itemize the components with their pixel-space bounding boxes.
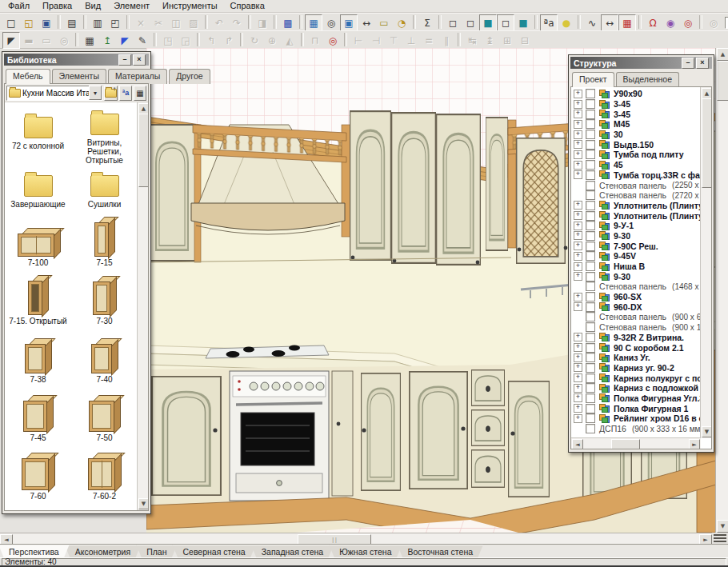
- layout-button[interactable]: ⊓: [306, 32, 324, 49]
- structure-tree-item[interactable]: Стеновая панель (900 х 187 х: [574, 322, 701, 333]
- library-item[interactable]: 7-40: [71, 340, 138, 398]
- structure-tree-item[interactable]: 9-У-1: [574, 221, 701, 231]
- view-tab[interactable]: Северная стена: [172, 545, 255, 558]
- scroll-down-icon[interactable]: ▼: [717, 520, 728, 533]
- checkbox[interactable]: [586, 312, 595, 321]
- structure-tree-item[interactable]: Уплотнитель (Плинтус): [574, 201, 701, 211]
- align-left-button[interactable]: ⊢: [350, 32, 367, 49]
- structure-tree-item[interactable]: Стеновая панель (900 х 600 х: [574, 312, 701, 322]
- library-item[interactable]: 7-15. Открытый: [5, 282, 71, 340]
- expand-plus-icon[interactable]: [574, 414, 582, 423]
- structure-tree-item[interactable]: Стеновая панель (1468 х 173: [574, 282, 701, 292]
- library-scrollbar[interactable]: ▲ ▼: [137, 102, 148, 510]
- structure-tree-item[interactable]: 9-45V: [574, 251, 701, 262]
- minimize-icon[interactable]: –: [682, 58, 694, 69]
- scroll-right-icon[interactable]: ►: [689, 439, 700, 449]
- toggle-grid-button[interactable]: ▦: [618, 14, 636, 31]
- checkbox[interactable]: [586, 353, 595, 362]
- view-wireframe-button[interactable]: ◻: [444, 14, 462, 31]
- align-bottom-button[interactable]: ⊥: [402, 32, 420, 49]
- align-center-v-button[interactable]: ∥: [438, 32, 455, 49]
- print-preview-button[interactable]: ◰: [106, 14, 124, 31]
- expand-plus-icon[interactable]: [574, 373, 582, 382]
- structure-tree-item[interactable]: 3-45: [574, 99, 701, 110]
- checkbox[interactable]: [586, 181, 595, 190]
- library-item[interactable]: 7-30: [71, 282, 138, 340]
- expand-plus-icon[interactable]: [574, 293, 582, 301]
- checkbox[interactable]: [586, 211, 595, 221]
- import-button[interactable]: ◨: [254, 14, 271, 31]
- library-item[interactable]: 7-60-2: [71, 457, 138, 510]
- checkbox[interactable]: [586, 262, 595, 271]
- toggle-price-panel-button[interactable]: ◔: [393, 14, 410, 31]
- toggle-calculator-panel-button[interactable]: ▦: [305, 14, 322, 31]
- undo-button[interactable]: ↶: [210, 14, 228, 31]
- expand-plus-icon[interactable]: [574, 110, 582, 118]
- chevron-down-icon[interactable]: ▾: [89, 86, 102, 100]
- structure-horizontal-scrollbar[interactable]: ◄ ►: [571, 437, 701, 449]
- align-right-button[interactable]: ⊣: [367, 32, 385, 49]
- fit-width-button[interactable]: ⊞: [498, 32, 516, 49]
- send-back-button[interactable]: ↱: [220, 32, 238, 49]
- structure-tree-item[interactable]: Стеновая панель (2250 х 600: [574, 180, 701, 190]
- checkbox[interactable]: [586, 363, 595, 373]
- expand-plus-icon[interactable]: [574, 404, 582, 413]
- expand-plus-icon[interactable]: [574, 222, 582, 230]
- checkbox[interactable]: [586, 343, 595, 353]
- toggle-dimensions-panel-button[interactable]: ↔: [358, 14, 375, 31]
- scroll-up-icon[interactable]: ▲: [702, 88, 712, 99]
- redo-button[interactable]: ↷: [228, 14, 246, 31]
- zoom-select-button[interactable]: ◎: [55, 32, 73, 49]
- view-tab[interactable]: Восточная стена: [398, 545, 484, 558]
- structure-tree-item[interactable]: У90х90: [574, 89, 701, 99]
- materials-sphere-button[interactable]: ◉: [662, 14, 679, 31]
- expand-plus-icon[interactable]: [574, 161, 582, 170]
- view-tab[interactable]: Южная стена: [329, 545, 402, 558]
- settings-button[interactable]: ▩: [279, 14, 297, 31]
- expand-plus-icon[interactable]: [574, 343, 582, 352]
- distribute-v-button[interactable]: ↨: [481, 32, 498, 49]
- menu-item[interactable]: Файл: [2, 0, 36, 11]
- structure-tree-item[interactable]: Карниз уг. 90-2: [574, 363, 701, 373]
- distribute-h-button[interactable]: ↹: [463, 32, 481, 49]
- library-tab[interactable]: Материалы: [108, 69, 167, 84]
- checkbox[interactable]: [586, 130, 595, 139]
- structure-panel-titlebar[interactable]: Структура – ×: [570, 57, 712, 69]
- expand-plus-icon[interactable]: [574, 201, 582, 210]
- print-button[interactable]: ▥: [89, 14, 106, 31]
- structure-tree-item[interactable]: 9-30: [574, 271, 701, 282]
- copy-button[interactable]: ◫: [167, 14, 185, 31]
- select-tool-button[interactable]: ◤: [2, 32, 20, 49]
- open-file-button[interactable]: ◱: [20, 14, 38, 31]
- select-elements-button[interactable]: ◤: [116, 32, 134, 49]
- view-solid-button[interactable]: ■: [479, 14, 497, 31]
- delete-button[interactable]: ×: [132, 14, 150, 31]
- expand-plus-icon[interactable]: [574, 231, 582, 240]
- rotate-button[interactable]: ↻: [246, 32, 263, 49]
- library-scroll-thumb[interactable]: [138, 114, 149, 187]
- snap-grid-button[interactable]: ▦: [81, 32, 98, 49]
- library-item[interactable]: 7-45: [5, 398, 71, 457]
- zoom-combobox[interactable]: ▾: [725, 15, 728, 30]
- checkbox[interactable]: [586, 221, 595, 230]
- structure-hscroll-thumb[interactable]: [611, 439, 640, 449]
- expand-plus-icon[interactable]: [574, 100, 582, 109]
- expand-plus-icon[interactable]: [574, 262, 582, 271]
- expand-plus-icon[interactable]: [574, 211, 582, 220]
- expand-plus-icon[interactable]: [574, 333, 582, 341]
- structure-tree-item[interactable]: Выдв.150: [574, 139, 701, 150]
- expand-plus-icon[interactable]: [574, 242, 582, 250]
- scroll-up-icon[interactable]: ▲: [717, 48, 728, 61]
- zoom-in-button[interactable]: ◎: [705, 14, 722, 31]
- vertical-scroll-thumb[interactable]: [717, 61, 728, 101]
- thumbnail-view-button[interactable]: ▦: [134, 86, 146, 101]
- vertical-scrollbar[interactable]: ▲ ▼: [715, 48, 728, 533]
- view-tab[interactable]: Западная стена: [251, 545, 334, 558]
- expand-plus-icon[interactable]: [574, 384, 582, 393]
- checkbox[interactable]: [586, 89, 595, 98]
- checkbox[interactable]: [586, 231, 595, 241]
- move-button[interactable]: ⊕: [263, 32, 281, 49]
- checkbox[interactable]: [586, 333, 595, 342]
- checkbox[interactable]: [586, 322, 595, 332]
- align-top-button[interactable]: ⊤: [385, 32, 402, 49]
